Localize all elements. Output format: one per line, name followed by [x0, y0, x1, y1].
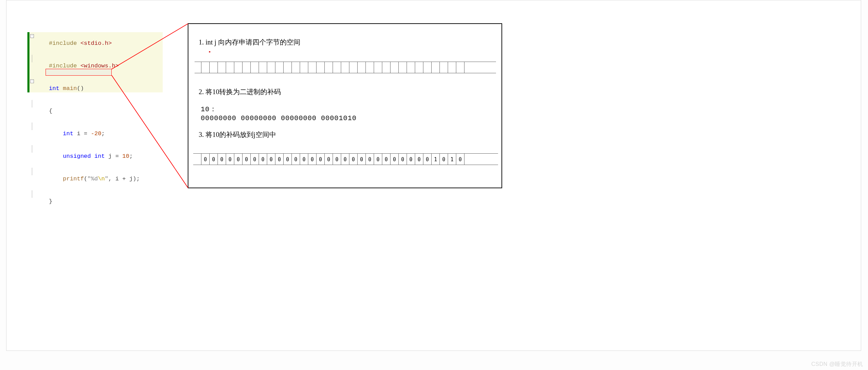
tok-include-path: <windows.h>: [77, 63, 119, 69]
tok-num: 10: [122, 153, 129, 160]
bit-cell: 0: [201, 153, 210, 165]
tok-paren: (): [77, 85, 84, 92]
bit-cell: [407, 62, 415, 73]
heading-2: 2. 将10转换为二进制的补码: [199, 87, 281, 97]
bit-cell: [250, 62, 259, 73]
code-line-5: int i = -20;: [29, 123, 163, 145]
bit-cell: [308, 62, 317, 73]
bit-cell: [374, 62, 382, 73]
bit-cell: 0: [259, 153, 267, 165]
bit-cell: [415, 62, 423, 73]
bit-cell: [201, 62, 210, 73]
bit-cell: [448, 62, 456, 73]
bit-cell: 0: [250, 153, 259, 165]
bit-cell: [333, 62, 341, 73]
bit-cell: 0: [234, 153, 243, 165]
bit-cell: [234, 62, 243, 73]
fold-bar-icon: [32, 100, 32, 107]
bit-cell: 0: [365, 153, 374, 165]
tok-str: %d: [91, 176, 98, 182]
bit-cell: [275, 62, 284, 73]
bit-cell: 0: [324, 153, 333, 165]
bits-line-bot: [195, 73, 496, 73]
tok-type: int: [49, 85, 60, 92]
bit-cell: [218, 62, 226, 73]
tok-text: , i + j);: [108, 176, 140, 182]
bit-cell: 0: [283, 153, 292, 165]
bit-cell: [365, 62, 374, 73]
tok-brace: }: [49, 198, 52, 205]
bit-cell: 0: [423, 153, 432, 165]
tok-type: unsigned int: [49, 153, 105, 160]
watermark: CSDN @睡觉待开机: [811, 361, 863, 368]
tok-preproc: #include: [49, 40, 77, 47]
bit-cell: [242, 62, 251, 73]
bit-cell: 0: [357, 153, 366, 165]
tok-brace: {: [49, 108, 52, 114]
tok-type: int: [49, 130, 73, 137]
bit-cell: 0: [439, 153, 448, 165]
bit-cell: 0: [218, 153, 226, 165]
bit-cell: 0: [300, 153, 308, 165]
explanation-panel: 1. int j 向内存申请四个字节的空间 2. 将10转换为二进制的补码 10…: [188, 23, 502, 188]
bit-cell: 0: [415, 153, 423, 165]
bit-cell: [300, 62, 308, 73]
fold-icon: −: [30, 79, 34, 83]
fold-icon: −: [30, 34, 34, 38]
bit-cell: [209, 62, 218, 73]
bit-cell: 0: [374, 153, 382, 165]
bit-cell: [341, 62, 349, 73]
bit-cell: 0: [456, 153, 464, 165]
bit-cell: [267, 62, 275, 73]
bit-cell: 0: [407, 153, 415, 165]
bit-cell: 0: [333, 153, 341, 165]
bit-cell: [456, 62, 464, 73]
bit-cell: [439, 62, 448, 73]
bit-cell: 0: [209, 153, 218, 165]
code-line-7: printf("%d\n", i + j);: [29, 168, 163, 190]
bits-line-bot-2: [193, 165, 498, 165]
code-line-8: }: [29, 190, 163, 213]
tok-strq: ": [87, 176, 91, 182]
code-line-2: #include <windows.h>: [29, 55, 163, 77]
bit-cell: [390, 62, 399, 73]
tok-func: printf: [49, 176, 84, 182]
bit-cell: 0: [226, 153, 234, 165]
tok-func: main: [59, 85, 77, 92]
bit-cell: [316, 62, 325, 73]
bits-row-empty: [201, 62, 464, 73]
fold-bar-icon: [32, 145, 32, 153]
code-line-3: −int main(): [29, 77, 163, 100]
code-line-6: unsigned int j = 10;: [29, 145, 163, 168]
red-dot-icon: [209, 51, 210, 52]
code-panel: −#include <stdio.h> #include <windows.h>…: [27, 32, 163, 92]
bit-cell: 0: [349, 153, 358, 165]
tok-strq: ": [105, 176, 108, 182]
bit-cell: 0: [316, 153, 325, 165]
bit-cell: 0: [382, 153, 390, 165]
bit-cell: [292, 62, 300, 73]
tok-semi: ;: [129, 153, 133, 160]
bit-cell: [382, 62, 390, 73]
heading-3: 3. 将10的补码放到j空间中: [199, 130, 276, 139]
bit-cell: [226, 62, 234, 73]
bit-cell: 0: [275, 153, 284, 165]
bit-cell: [283, 62, 292, 73]
bit-cell: 0: [292, 153, 300, 165]
bit-cell: 0: [341, 153, 349, 165]
value-label-10: 10：: [201, 104, 217, 114]
bit-cell: 0: [308, 153, 317, 165]
bits-row-filled: 00000000000000000000000000001010: [201, 153, 464, 165]
bit-cell: 1: [431, 153, 440, 165]
binary-10: 00000000 00000000 00000000 00001010: [201, 114, 357, 122]
bit-cell: 0: [390, 153, 399, 165]
bit-cell: 0: [267, 153, 275, 165]
bit-cell: 0: [242, 153, 251, 165]
tok-semi: ;: [101, 130, 105, 137]
tok-num: -20: [91, 130, 101, 137]
bit-cell: [324, 62, 333, 73]
fold-bar-icon: [32, 123, 32, 130]
fold-bar-icon: [32, 190, 32, 198]
fold-bar-icon: [32, 55, 32, 62]
tok-preproc: #include: [49, 63, 77, 69]
